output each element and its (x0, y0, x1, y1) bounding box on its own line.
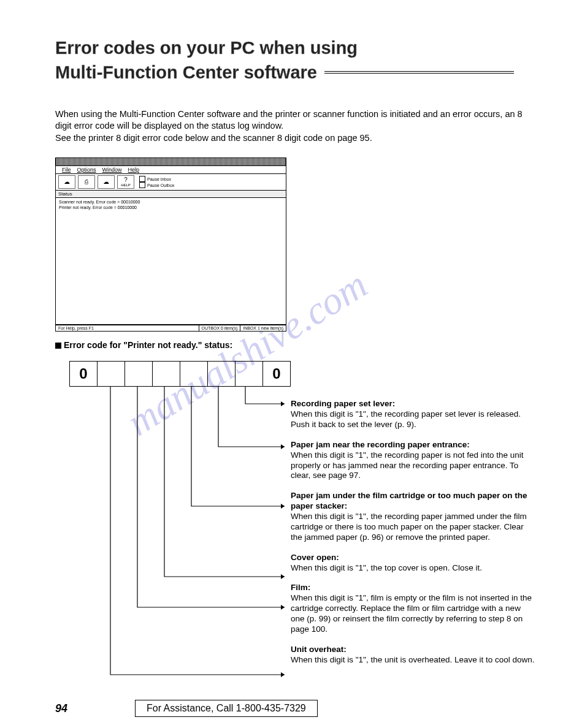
checkbox-icon (139, 176, 145, 182)
toolbar-button-2[interactable]: ⎙ (78, 175, 95, 189)
checkbox-icon (139, 182, 145, 188)
menu-file[interactable]: File (62, 167, 71, 173)
toolbar-button-1[interactable]: ☁ (58, 175, 75, 189)
page-title: Error codes on your PC when using Multi-… (55, 37, 532, 84)
menu-window[interactable]: Window (102, 167, 122, 173)
digit-4 (152, 361, 180, 387)
printer-icon: ⎙ (85, 179, 88, 185)
toolbar-button-3[interactable]: ☁ (98, 175, 115, 189)
digit-3 (124, 361, 153, 387)
menu-help[interactable]: Help (128, 167, 140, 173)
svg-marker-1 (281, 444, 285, 449)
toolbar: ☁ ⎙ ☁ ?HELP Pause Inbox Pause Outbox (56, 174, 286, 191)
callout-title: Paper jam under the film cartridge or to… (291, 491, 536, 512)
callout-text: When this digit is "1", film is empty or… (291, 593, 536, 635)
callout-title: Recording paper set lever: (291, 399, 536, 409)
doc-icon: ☁ (103, 179, 109, 185)
digit-row: 0 0 (70, 361, 532, 387)
digit-5 (180, 361, 208, 387)
callout-cover-open: Cover open: When this digit is "1", the … (291, 553, 536, 574)
checkbox-pause-inbox[interactable]: Pause Inbox (139, 176, 174, 182)
checkbox-pause-outbox[interactable]: Pause Outbox (139, 182, 174, 188)
callout-film: Film: When this digit is "1", film is em… (291, 583, 536, 634)
help-icon: ? (124, 177, 128, 183)
digit-2 (97, 361, 125, 387)
callout-text: When this digit is "1", the recording pa… (291, 409, 536, 430)
svg-marker-3 (281, 574, 285, 579)
window-titlebar (56, 158, 286, 166)
menu-options[interactable]: Options (77, 167, 96, 173)
title-line-2-text: Multi-Function Center software (55, 61, 317, 83)
status-section: Status Scanner not ready. Error code = 0… (56, 191, 286, 325)
callout-text: When this digit is "1", the top cover is… (291, 563, 536, 574)
callout-unit-overheat: Unit overheat: When this digit is "1", t… (291, 645, 536, 665)
callout-paper-jam-cartridge: Paper jam under the film cartridge or to… (291, 491, 536, 542)
error-code-heading-text: Error code for "Printer not ready." stat… (64, 340, 232, 350)
status-line-2: Printer not ready. Error code = 00010000 (59, 205, 283, 210)
svg-marker-5 (281, 672, 285, 677)
title-line-1: Error codes on your PC when using (55, 37, 532, 59)
toolbar-button-help[interactable]: ?HELP (117, 175, 134, 189)
status-header: Status (56, 191, 286, 198)
status-line-1: Scanner not ready. Error code = 00010000 (59, 200, 283, 205)
title-rule-icon (324, 71, 514, 74)
digit-7 (235, 361, 263, 387)
cloud-icon: ☁ (64, 179, 70, 185)
app-window: File Options Window Help ☁ ⎙ ☁ ?HELP Pau… (55, 157, 286, 332)
page-footer: 94 For Assistance, Call 1-800-435-7329 (55, 700, 532, 717)
assistance-box: For Assistance, Call 1-800-435-7329 (135, 700, 318, 717)
digit-8: 0 (262, 361, 291, 387)
checkbox-pause-inbox-label: Pause Inbox (147, 177, 171, 181)
diagram-area: Recording paper set lever: When this dig… (70, 387, 532, 705)
bullet-square-icon (55, 343, 61, 349)
toolbar-checkboxes: Pause Inbox Pause Outbox (139, 176, 174, 188)
callout-title: Paper jam near the recording paper entra… (291, 440, 536, 450)
callout-lines-icon (70, 387, 291, 705)
digit-6 (207, 361, 236, 387)
callouts: Recording paper set lever: When this dig… (291, 399, 536, 675)
page-number: 94 (55, 702, 67, 715)
statusbar-help: For Help, press F1 (56, 325, 199, 331)
callout-text: When this digit is "1", the recording pa… (291, 450, 536, 482)
title-line-2: Multi-Function Center software (55, 61, 532, 83)
statusbar-inbox: INBOX 1 new item(s) (240, 325, 286, 331)
statusbar-outbox: OUTBOX 0 item(s) (199, 325, 241, 331)
callout-recording-paper-set-lever: Recording paper set lever: When this dig… (291, 399, 536, 430)
callout-text: When this digit is "1", the unit is over… (291, 655, 536, 665)
callout-paper-jam-entrance: Paper jam near the recording paper entra… (291, 440, 536, 482)
statusbar: For Help, press F1 OUTBOX 0 item(s) INBO… (56, 325, 286, 331)
svg-marker-4 (281, 605, 285, 610)
error-code-heading: Error code for "Printer not ready." stat… (55, 340, 532, 350)
intro-paragraph: When using the Multi-Function Center sof… (55, 108, 532, 145)
svg-marker-0 (281, 401, 285, 406)
callout-text: When this digit is "1", the recording pa… (291, 512, 536, 543)
callout-title: Film: (291, 583, 536, 593)
status-log: Scanner not ready. Error code = 00010000… (56, 198, 286, 325)
callout-title: Cover open: (291, 553, 536, 563)
digit-1: 0 (69, 361, 98, 387)
svg-marker-2 (281, 504, 285, 509)
checkbox-pause-outbox-label: Pause Outbox (147, 183, 174, 188)
callout-title: Unit overheat: (291, 645, 536, 655)
menubar: File Options Window Help (56, 166, 286, 174)
toolbar-help-label: HELP (121, 183, 131, 187)
